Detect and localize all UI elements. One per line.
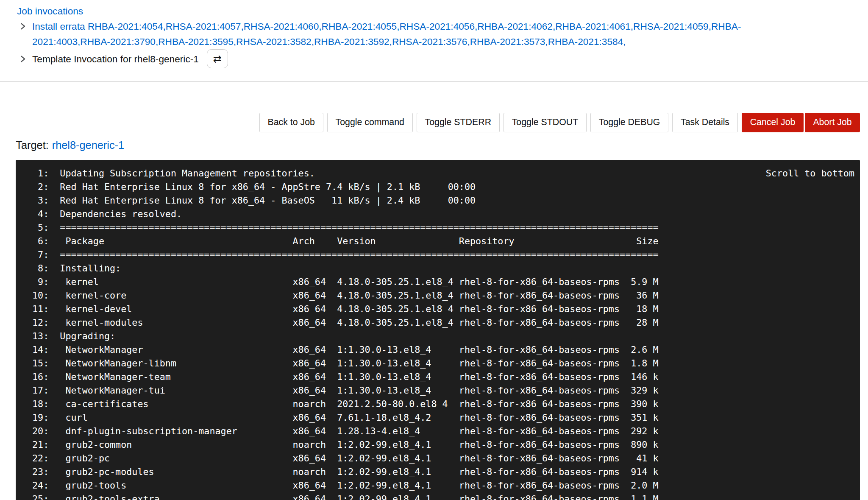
breadcrumb-job-invocations[interactable]: Job invocations: [17, 6, 83, 17]
back-to-job-button[interactable]: Back to Job: [259, 113, 323, 132]
expand-template-toggle[interactable]: [19, 51, 28, 67]
terminal-line-4: 4: Dependencies resolved.: [32, 207, 853, 221]
terminal-line-18: 18: ca-certificates noarch 2021.2.50-80.…: [32, 397, 853, 411]
errata-invocation-link[interactable]: Install errata RHBA-2021:4054,RHSA-2021:…: [32, 19, 815, 49]
terminal-line-2: 2: Red Hat Enterprise Linux 8 for x86_64…: [32, 180, 853, 194]
terminal-line-14: 14: NetworkManager x86_64 1:1.30.0-13.el…: [32, 343, 853, 357]
job-output-terminal[interactable]: 1: Updating Subscription Management repo…: [16, 160, 860, 500]
terminal-line-15: 15: NetworkManager-libnm x86_64 1:1.30.0…: [32, 357, 853, 370]
terminal-line-13: 13: Upgrading:: [32, 330, 853, 343]
terminal-line-9: 9: kernel x86_64 4.18.0-305.25.1.el8_4 r…: [32, 275, 853, 289]
terminal-line-3: 3: Red Hat Enterprise Linux 8 for x86_64…: [32, 194, 853, 207]
scroll-to-bottom-link[interactable]: Scroll to bottom: [766, 167, 854, 180]
target-line: Target:rhel8-generic-1: [16, 139, 860, 151]
terminal-line-11: 11: kernel-devel x86_64 4.18.0-305.25.1.…: [32, 302, 853, 316]
terminal-line-23: 23: grub2-pc-modules noarch 1:2.02-99.el…: [32, 465, 853, 479]
target-host-link[interactable]: rhel8-generic-1: [52, 139, 124, 151]
toolbar: Back to Job Toggle command Toggle STDERR…: [16, 113, 860, 132]
terminal-line-19: 19: curl x86_64 7.61.1-18.el8_4.2 rhel-8…: [32, 411, 853, 425]
toggle-debug-button[interactable]: Toggle DEBUG: [590, 113, 668, 132]
terminal-line-10: 10: kernel-core x86_64 4.18.0-305.25.1.e…: [32, 289, 853, 302]
toggle-stderr-button[interactable]: Toggle STDERR: [417, 113, 500, 132]
chevron-right-icon: [20, 55, 26, 63]
terminal-line-16: 16: NetworkManager-team x86_64 1:1.30.0-…: [32, 370, 853, 384]
terminal-line-21: 21: grub2-common noarch 1:2.02-99.el8_4.…: [32, 438, 853, 452]
chevron-right-icon: [20, 22, 26, 31]
template-invocation-row: Template Invocation for rhel8-generic-1 …: [17, 49, 860, 68]
toggle-stdout-button[interactable]: Toggle STDOUT: [504, 113, 587, 132]
terminal-line-7: 7: =====================================…: [32, 248, 853, 262]
terminal-line-24: 24: grub2-tools x86_64 1:2.02-99.el8_4.1…: [32, 479, 853, 492]
terminal-line-22: 22: grub2-pc x86_64 1:2.02-99.el8_4.1 rh…: [32, 452, 853, 465]
terminal-lines: 1: Updating Subscription Management repo…: [32, 167, 853, 500]
terminal-line-25: 25: grub2-tools-extra x86_64 1:2.02-99.e…: [32, 492, 853, 500]
target-label: Target:: [16, 139, 48, 151]
expand-errata-toggle[interactable]: [19, 19, 28, 34]
task-details-button[interactable]: Task Details: [672, 113, 737, 132]
terminal-line-12: 12: kernel-modules x86_64 4.18.0-305.25.…: [32, 316, 853, 330]
danger-button-group: Cancel Job Abort Job: [742, 113, 860, 132]
cancel-job-button[interactable]: Cancel Job: [742, 113, 804, 132]
terminal-line-5: 5: =====================================…: [32, 221, 853, 235]
top-section: Job invocations Install errata RHBA-2021…: [0, 0, 868, 68]
terminal-line-6: 6: Package Arch Version Repository Size: [32, 235, 853, 248]
terminal-line-20: 20: dnf-plugin-subscription-manager x86_…: [32, 425, 853, 438]
breadcrumb: Job invocations: [17, 6, 860, 17]
page: Job invocations Install errata RHBA-2021…: [0, 0, 868, 500]
abort-job-button[interactable]: Abort Job: [805, 113, 860, 132]
swap-template-button[interactable]: ⇄: [207, 49, 228, 68]
terminal-line-8: 8: Installing:: [32, 262, 853, 275]
toggle-command-button[interactable]: Toggle command: [327, 113, 413, 132]
errata-invocation-row: Install errata RHBA-2021:4054,RHSA-2021:…: [17, 19, 860, 49]
section-divider: [0, 81, 868, 82]
terminal-line-1: 1: Updating Subscription Management repo…: [32, 167, 853, 180]
terminal-line-17: 17: NetworkManager-tui x86_64 1:1.30.0-1…: [32, 384, 853, 397]
template-invocation-label: Template Invocation for rhel8-generic-1: [32, 51, 199, 67]
swap-arrows-icon: ⇄: [213, 53, 222, 65]
